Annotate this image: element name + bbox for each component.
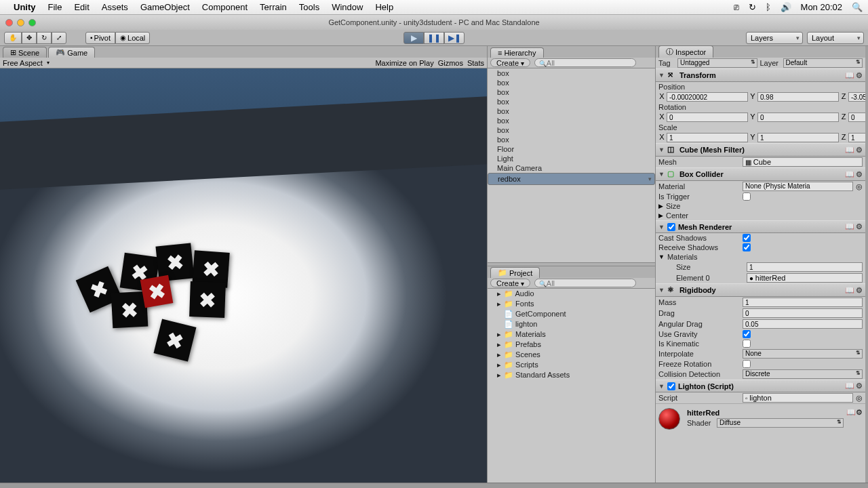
component-boxcollider-header[interactable]: ▼▢ Box Collider 📖⚙ [656,167,865,181]
hierarchy-item-box[interactable]: box [488,68,655,78]
hand-tool[interactable]: ✋ [4,32,22,44]
step-button[interactable]: ▶❚ [444,32,465,44]
collision-detection-dropdown[interactable]: Discrete [743,369,863,379]
menu-tools[interactable]: Tools [299,2,319,12]
layout-dropdown[interactable]: Layout [807,32,864,44]
use-gravity-checkbox[interactable] [743,330,751,338]
project-list[interactable]: ▸📁 Audio▸📁 Fonts 📄 GetComponent 📄 lighto… [488,289,655,483]
layer-dropdown[interactable]: Default [783,58,863,68]
component-gear-icon[interactable]: ⚙ [856,286,863,295]
scale-tool[interactable]: ⤢ [52,32,66,44]
zoom-window-button[interactable] [28,19,36,26]
maximize-on-play[interactable]: Maximize on Play [375,59,433,67]
menu-assets[interactable]: Assets [102,2,128,12]
rot-x-input[interactable] [667,113,748,122]
hierarchy-item-box[interactable]: box [488,87,655,97]
component-gear-icon[interactable]: ⚙ [856,222,863,231]
menu-terrain[interactable]: Terrain [260,2,287,12]
istrigger-checkbox[interactable] [743,192,751,201]
timemachine-icon[interactable]: ↻ [749,2,756,12]
component-meshrenderer-header[interactable]: ▼ Mesh Renderer 📖⚙ [656,220,865,233]
freeze-rotation-checkbox[interactable] [743,360,751,368]
component-help-icon[interactable]: 📖 [846,408,856,416]
component-rigidbody-header[interactable]: ▼⚛ Rigidbody 📖⚙ [656,283,865,297]
hierarchy-item-box[interactable]: box [488,106,655,116]
component-transform-header[interactable]: ▼⤧ Transform 📖⚙ [656,68,865,82]
tab-scene[interactable]: ⊞ Scene [3,47,47,58]
pause-button[interactable]: ❚❚ [424,32,444,44]
layers-dropdown[interactable]: Layers [746,32,803,44]
mesh-field[interactable]: ▦ Cube [743,157,863,167]
project-create[interactable]: Create ▾ [490,279,530,287]
collider-material-field[interactable]: None (Physic Materia [743,182,853,191]
play-button[interactable]: ▶ [403,32,424,44]
component-help-icon[interactable]: 📖 [845,222,854,231]
component-help-icon[interactable]: 📖 [845,170,854,179]
meshrenderer-enable[interactable] [667,223,675,231]
component-gear-icon[interactable]: ⚙ [856,170,863,179]
component-gear-icon[interactable]: ⚙ [856,408,863,416]
hierarchy-create[interactable]: Create ▾ [490,58,530,67]
aspect-dropdown[interactable]: Free Aspect [3,59,43,67]
script-field[interactable]: ▫ lighton [743,393,853,403]
project-search[interactable]: 🔍All [534,279,636,287]
receive-shadows-checkbox[interactable] [743,243,751,251]
component-gear-icon[interactable]: ⚙ [856,382,863,390]
drag-input[interactable] [743,308,863,318]
game-view[interactable]: ✖ ✖ ✖ ✖ ✖ ✖ ✖ ✖ [0,68,487,483]
menu-gameobject[interactable]: GameObject [140,2,190,12]
menu-window[interactable]: Window [332,2,363,12]
project-item-getcomponent[interactable]: 📄 GetComponent [488,309,655,319]
tag-dropdown[interactable]: Untagged [677,58,757,68]
shader-dropdown[interactable]: Diffuse [717,418,844,428]
hierarchy-search[interactable]: 🔍All [534,58,636,67]
spotlight-icon[interactable]: 🔍 [852,2,863,12]
hierarchy-item-box[interactable]: box [488,135,655,144]
materials-label[interactable]: Materials [667,253,698,261]
hierarchy-item-box[interactable]: box [488,125,655,135]
materials-elem0-field[interactable]: ● hitterRed [747,273,863,283]
project-item-scripts[interactable]: ▸📁 Scripts [488,360,655,370]
component-meshfilter-header[interactable]: ▼◫ Cube (Mesh Filter) 📖⚙ [656,143,865,157]
rot-y-input[interactable] [757,113,839,122]
scl-x-input[interactable] [667,133,748,142]
scl-z-input[interactable] [848,133,865,142]
menu-component[interactable]: Component [202,2,248,12]
component-help-icon[interactable]: 📖 [845,71,854,80]
materials-size-input[interactable] [747,262,863,272]
bluetooth-icon[interactable]: ᛒ [766,2,771,12]
project-item-scenes[interactable]: ▸📁 Scenes [488,350,655,360]
tab-game[interactable]: 🎮 Game [48,47,95,58]
menu-file[interactable]: File [48,2,62,12]
local-toggle[interactable]: ◉ Local [115,32,150,44]
hierarchy-list[interactable]: boxboxboxboxboxboxboxboxFloorLightMain C… [488,68,655,262]
hierarchy-item-box[interactable]: box [488,97,655,106]
collider-center-label[interactable]: Center [666,211,688,220]
project-item-standard-assets[interactable]: ▸📁 Standard Assets [488,370,655,380]
gizmos-toggle[interactable]: Gizmos [438,59,463,67]
component-gear-icon[interactable]: ⚙ [856,146,863,155]
hierarchy-item-redbox[interactable]: redbox [488,173,655,185]
collider-size-label[interactable]: Size [666,202,680,210]
mass-input[interactable] [743,298,863,307]
scl-y-input[interactable] [757,133,839,142]
pos-y-input[interactable] [757,92,839,102]
interpolate-dropdown[interactable]: None [743,349,863,359]
component-help-icon[interactable]: 📖 [845,146,854,155]
menu-edit[interactable]: Edit [74,2,89,12]
lighton-enable[interactable] [667,382,675,390]
menu-app[interactable]: Unity [14,2,36,12]
component-help-icon[interactable]: 📖 [845,382,854,390]
component-gear-icon[interactable]: ⚙ [856,71,863,80]
tab-project[interactable]: 📁 Project [490,267,540,278]
cast-shadows-checkbox[interactable] [743,234,751,242]
close-window-button[interactable] [5,19,13,26]
hierarchy-item-light[interactable]: Light [488,154,655,163]
project-item-fonts[interactable]: ▸📁 Fonts [488,299,655,309]
angular-drag-input[interactable] [743,319,863,329]
hierarchy-item-box[interactable]: box [488,78,655,87]
project-item-materials[interactable]: ▸📁 Materials [488,329,655,340]
pivot-toggle[interactable]: ▪ Pivot [85,32,115,44]
tab-inspector[interactable]: ⓘ Inspector [658,45,713,58]
project-item-audio[interactable]: ▸📁 Audio [488,289,655,299]
